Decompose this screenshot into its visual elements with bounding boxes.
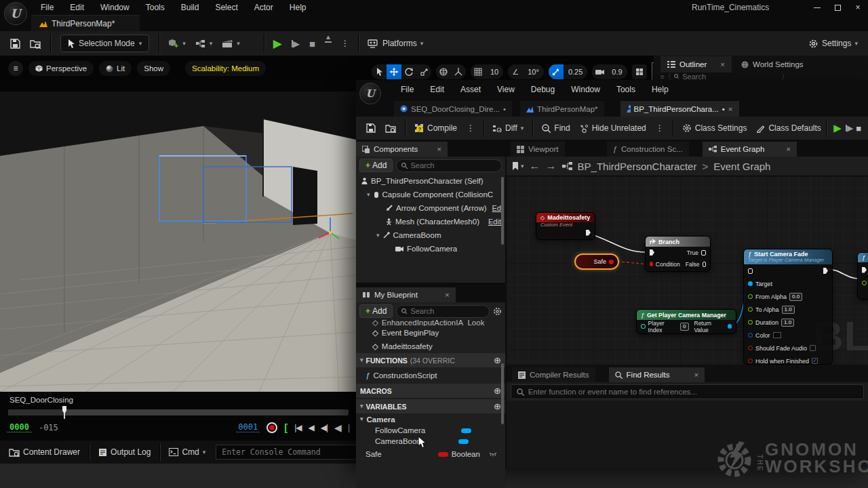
player-index-pin[interactable] (641, 324, 646, 329)
bp-menu-window[interactable]: Window (563, 85, 608, 94)
color-swatch[interactable] (773, 332, 781, 338)
settings-dropdown[interactable]: Settings ▾ (804, 34, 863, 53)
step-back-button[interactable]: ◀| (321, 423, 328, 432)
color-pin[interactable] (748, 333, 753, 338)
tab-thirdpersonmap[interactable]: ThirdPersonMap* (520, 101, 604, 117)
add-macro-icon[interactable]: ⊕ (494, 386, 501, 396)
tab-world-settings[interactable]: World Settings (734, 56, 810, 73)
tab-construction-script[interactable]: ƒ Construction Sc... (607, 142, 689, 157)
eject-button[interactable]: ▲ (320, 34, 336, 53)
add-function-icon[interactable]: ⊕ (494, 355, 501, 365)
breadcrumb-current[interactable]: Event Graph (713, 161, 770, 172)
bp-play-button[interactable]: ▶ (831, 119, 844, 138)
duration-value[interactable]: 1.0 (781, 319, 794, 327)
menu-help[interactable]: Help (281, 3, 315, 12)
class-defaults-button[interactable]: Class Defaults (751, 119, 825, 138)
bp-skip-button[interactable]: ▶ (844, 119, 854, 138)
node-get-safe[interactable]: Safe (574, 253, 619, 270)
variable-category-camera[interactable]: ▾ Camera (356, 413, 505, 425)
duration-pin[interactable] (748, 320, 753, 325)
local-space-toggle[interactable] (451, 64, 466, 79)
tab-viewport[interactable]: Viewport (511, 142, 565, 157)
menu-actor[interactable]: Actor (246, 3, 281, 12)
bp-menu-edit[interactable]: Edit (422, 85, 452, 94)
close-icon[interactable]: × (437, 145, 441, 153)
tab-components[interactable]: Components × (356, 142, 448, 157)
record-button[interactable] (267, 422, 277, 433)
move-tool[interactable] (387, 64, 401, 79)
node-clipped-right[interactable]: ƒ (857, 252, 868, 300)
panel-settings-gear-icon[interactable] (493, 307, 502, 316)
graph-row-clipped[interactable]: ◇ EnhancedInputActionIA_Look (356, 320, 505, 326)
play-reverse-button[interactable]: ◀ (334, 422, 341, 433)
close-icon[interactable]: × (786, 145, 791, 153)
menu-select[interactable]: Select (207, 3, 245, 12)
node-get-player-camera-manager[interactable]: ƒ Get Player Camera Manager Player Index… (636, 309, 736, 334)
select-tool[interactable] (372, 64, 387, 79)
tab-bp-thirdpersoncharacter[interactable]: BP_ThirdPersonChara... • × (620, 101, 739, 117)
edit-link[interactable]: Ed (492, 204, 501, 212)
target-pin[interactable] (748, 281, 753, 286)
tab-find-results[interactable]: Find Results × (609, 367, 705, 382)
hold-when-finished-pin[interactable] (748, 359, 753, 363)
add-variable-icon[interactable]: ⊕ (494, 401, 501, 411)
platforms-dropdown[interactable]: Platforms ▾ (363, 34, 428, 53)
find-results-input[interactable] (528, 388, 858, 396)
camera-speed-value[interactable]: 0.9 (607, 68, 627, 76)
graph-row-beginplay[interactable]: ◇ Event BeginPlay (356, 326, 505, 340)
from-alpha-value[interactable]: 0.0 (789, 293, 802, 301)
component-row-capsule[interactable]: ▾ Capsule Component (CollisionC (356, 188, 505, 201)
variable-row-cameraboom[interactable]: CameraBoom (356, 436, 505, 447)
exec-in-pin[interactable] (748, 268, 753, 274)
tab-compiler-results[interactable]: Compiler Results (512, 367, 595, 382)
skip-frame-button[interactable]: ▶ (287, 34, 304, 53)
find-button[interactable]: Find (537, 119, 574, 138)
tab-outliner[interactable]: Outliner × (660, 56, 732, 73)
bp-menu-help[interactable]: Help (644, 85, 677, 94)
component-row-followcamera[interactable]: FollowCamera (356, 242, 505, 256)
eye-closed-icon[interactable] (489, 452, 497, 457)
my-blueprint-scrollbar[interactable] (501, 363, 504, 424)
menu-edit[interactable]: Edit (62, 3, 92, 12)
bp-menu-file[interactable]: File (393, 85, 422, 94)
outliner-search-input[interactable] (682, 73, 778, 80)
hide-unrelated-button[interactable]: Hide Unrelated (575, 119, 651, 138)
outliner-search[interactable] (669, 73, 784, 80)
float-pin[interactable] (862, 281, 867, 285)
browse-content-button[interactable] (25, 34, 46, 53)
viewport-layout-button[interactable] (632, 64, 647, 79)
my-blueprint-add-button[interactable]: +Add (359, 304, 393, 318)
node-branch[interactable]: Branch True Condition False (645, 236, 711, 272)
macros-section-header[interactable]: MACROS ⊕ (356, 384, 505, 398)
close-icon[interactable]: × (694, 371, 698, 379)
variables-section-header[interactable]: ▾ VARIABLES ⊕ (356, 399, 505, 413)
end-frame[interactable]: 0001 (236, 422, 260, 432)
console-command-input[interactable] (216, 445, 377, 460)
show-dropdown[interactable]: Show (137, 61, 170, 76)
variable-row-followcamera[interactable]: FollowCamera (356, 425, 505, 436)
find-results-search[interactable] (511, 384, 864, 399)
menu-tools[interactable]: Tools (138, 3, 173, 12)
current-frame[interactable]: 0000 (7, 422, 32, 432)
my-blueprint-search[interactable] (396, 305, 490, 318)
should-fade-audio-checkbox[interactable] (810, 345, 816, 351)
hold-when-finished-checkbox[interactable]: ✓ (812, 358, 818, 364)
bookmarks-dropdown[interactable]: ▾ (512, 162, 524, 170)
close-icon[interactable]: × (720, 60, 725, 68)
camera-speed-button[interactable] (592, 64, 607, 79)
component-row-arrow[interactable]: Arrow Component (Arrow) Ed (356, 201, 505, 215)
event-graph-canvas[interactable]: BLUEPRINT ◇ Madeittosafety Custom Event (507, 176, 868, 365)
components-scrollbar[interactable] (501, 177, 504, 245)
compile-options-kebab[interactable]: ⋮ (462, 119, 479, 138)
output-log-button[interactable]: Output Log (94, 443, 155, 462)
edit-link[interactable]: Edit (488, 218, 501, 226)
nav-forward-button[interactable]: → (546, 160, 557, 172)
rotate-tool[interactable] (401, 64, 416, 79)
expand-arrow-icon[interactable]: ▾ (367, 192, 370, 198)
exec-in-pin[interactable] (862, 267, 867, 273)
condition-pin[interactable] (650, 262, 653, 266)
nav-back-button[interactable]: ← (530, 160, 540, 172)
outliner-filter-icon[interactable]: ≡ (660, 73, 665, 80)
component-row-cameraboom[interactable]: ▾ CameraBoom (356, 228, 505, 242)
save-button[interactable] (5, 34, 25, 53)
